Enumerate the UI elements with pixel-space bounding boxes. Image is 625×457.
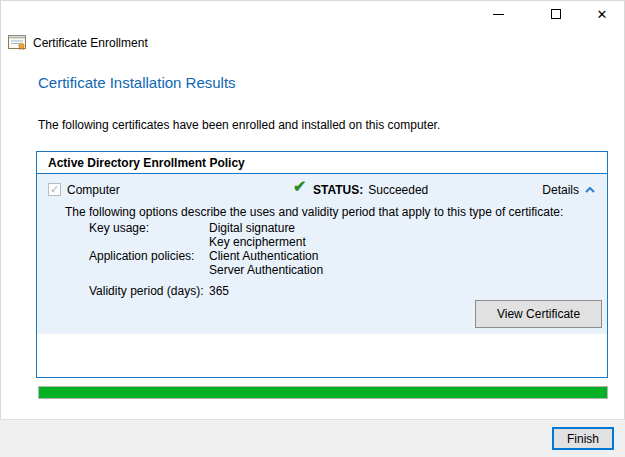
property-value: Server Authentication: [209, 263, 323, 277]
details-toggle[interactable]: Details: [542, 183, 595, 197]
certificate-properties: Key usage: Digital signature Key enciphe…: [89, 221, 323, 298]
minimize-icon: [493, 14, 504, 15]
certificate-status-row: ✓ Computer ✔ STATUS: Succeeded Details: [37, 182, 607, 198]
panel-header: Active Directory Enrollment Policy: [37, 152, 607, 174]
close-button[interactable]: ✕: [586, 3, 618, 25]
status-label: STATUS:: [313, 183, 363, 197]
property-value: Client Authentication: [209, 249, 323, 263]
footer-bar: [0, 419, 625, 457]
checkbox-check-icon: ✓: [50, 183, 59, 196]
app-title: Certificate Enrollment: [33, 36, 148, 50]
maximize-button[interactable]: [540, 3, 572, 25]
property-label: Validity period (days):: [89, 284, 209, 298]
progress-bar-fill: [39, 387, 607, 398]
page-title: Certificate Installation Results: [38, 74, 236, 91]
certificate-icon: [8, 35, 27, 50]
success-check-icon: ✔: [293, 177, 306, 196]
property-row-application-policies: Application policies: Client Authenticat…: [89, 249, 323, 277]
finish-button[interactable]: Finish: [552, 427, 614, 450]
details-label: Details: [542, 183, 579, 197]
certificate-name-label: Computer: [67, 183, 120, 197]
chevron-up-icon: [585, 187, 595, 193]
status-value: Succeeded: [368, 183, 428, 197]
view-certificate-button[interactable]: View Certificate: [475, 300, 602, 328]
minimize-button[interactable]: [482, 3, 514, 25]
page-description: The following certificates have been enr…: [38, 118, 440, 132]
certificate-description: The following options describe the uses …: [65, 205, 595, 219]
property-row-key-usage: Key usage: Digital signature Key enciphe…: [89, 221, 323, 249]
maximize-icon: [551, 9, 561, 19]
property-label: Key usage:: [89, 221, 209, 249]
enrollment-policy-panel: Active Directory Enrollment Policy ✓ Com…: [36, 151, 608, 378]
close-icon: ✕: [597, 8, 608, 21]
property-value: 365: [209, 284, 229, 298]
property-value: Digital signature: [209, 221, 306, 235]
computer-checkbox[interactable]: ✓: [48, 183, 61, 196]
property-row-validity-period: Validity period (days): 365: [89, 284, 323, 298]
status-group: STATUS: Succeeded: [313, 183, 428, 197]
app-header: Certificate Enrollment: [8, 35, 148, 50]
property-value: Key encipherment: [209, 235, 306, 249]
progress-bar: [38, 386, 608, 399]
property-label: Application policies:: [89, 249, 209, 277]
